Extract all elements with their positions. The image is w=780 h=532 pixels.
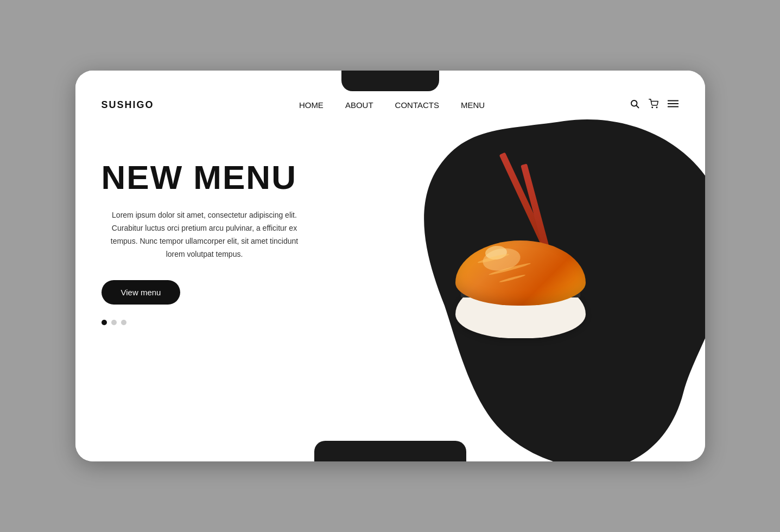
hero-description: Lorem ipsum dolor sit amet, consectetur … (102, 209, 308, 261)
hero-title: NEW MENU (102, 159, 679, 196)
dot-3[interactable] (121, 320, 126, 325)
top-notch (341, 71, 439, 91)
svg-point-3 (657, 107, 658, 108)
nav-link-home[interactable]: HOME (299, 100, 324, 110)
svg-line-1 (637, 105, 639, 107)
browser-frame: SUSHIGO HOME ABOUT CONTACTS MENU (75, 71, 705, 461)
cart-icon[interactable] (648, 99, 659, 111)
page-content: SUSHIGO HOME ABOUT CONTACTS MENU (75, 71, 705, 461)
nav-icons (630, 99, 678, 111)
hero-section: NEW MENU Lorem ipsum dolor sit amet, con… (75, 121, 705, 452)
nav-links: HOME ABOUT CONTACTS MENU (299, 100, 485, 110)
dot-2[interactable] (111, 320, 117, 325)
bottom-notch (314, 441, 466, 461)
nav-link-contacts[interactable]: CONTACTS (395, 100, 439, 110)
view-menu-button[interactable]: View menu (102, 280, 181, 305)
nav-link-about[interactable]: ABOUT (345, 100, 373, 110)
svg-point-2 (652, 107, 653, 108)
pagination-dots (102, 320, 679, 325)
nav-item-about[interactable]: ABOUT (345, 100, 373, 110)
nav-link-menu[interactable]: MENU (461, 100, 485, 110)
nav-item-menu[interactable]: MENU (461, 100, 485, 110)
nav-logo: SUSHIGO (102, 99, 154, 111)
nav-item-contacts[interactable]: CONTACTS (395, 100, 439, 110)
hamburger-icon[interactable] (668, 99, 678, 111)
search-icon[interactable] (630, 99, 639, 111)
dot-1[interactable] (102, 320, 107, 325)
hero-left: NEW MENU Lorem ipsum dolor sit amet, con… (102, 137, 679, 325)
nav-item-home[interactable]: HOME (299, 100, 324, 110)
